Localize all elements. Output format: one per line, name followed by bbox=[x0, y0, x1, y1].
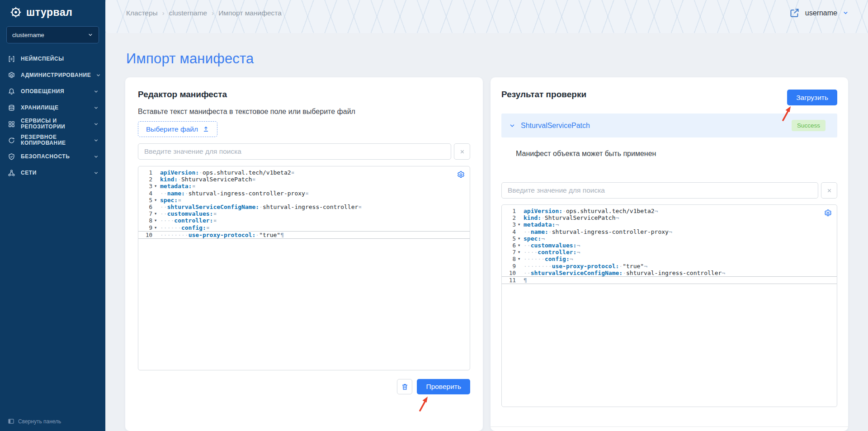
annotation-arrow-check bbox=[417, 394, 430, 414]
fold-arrow-icon[interactable]: ▾ bbox=[518, 221, 524, 228]
code-line-10[interactable]: 10········use-proxy-protocol:·"true"¶ bbox=[138, 231, 470, 239]
collapse-panel-label: Свернуть панель bbox=[18, 418, 61, 425]
sidebar-nav: НЕЙМСПЕЙСЫ АДМИНИСТРИРОВАНИЕ ОПОВЕЩЕНИЯ … bbox=[0, 51, 105, 181]
code-text: ········use-proxy-protocol:·"true"¬ bbox=[524, 263, 647, 270]
code-line-5[interactable]: 5▾spec:¬ bbox=[502, 235, 837, 242]
line-number: 4 bbox=[138, 190, 155, 197]
sidebar-item-services-repositories[interactable]: СЕРВИСЫ И РЕПОЗИТОРИИ bbox=[0, 116, 105, 132]
line-number: 5 bbox=[502, 235, 518, 242]
manifest-code-editor[interactable]: 1apiVersion:·ops.shturval.tech/v1beta2¤2… bbox=[138, 166, 470, 370]
sidebar-item-networks[interactable]: СЕТИ bbox=[0, 165, 105, 181]
code-line-9[interactable]: 9········use-proxy-protocol:·"true"¬ bbox=[502, 263, 837, 270]
line-number: 2 bbox=[138, 176, 155, 183]
sidebar-item-security[interactable]: БЕЗОПАСНОСТЬ bbox=[0, 148, 105, 165]
panel-footer-divider bbox=[491, 426, 848, 427]
code-text: ¶ bbox=[524, 277, 527, 284]
collapse-panel-button[interactable]: Свернуть панель bbox=[8, 418, 61, 425]
clear-editor-button[interactable] bbox=[397, 379, 412, 394]
sidebar-item-notifications[interactable]: ОПОВЕЩЕНИЯ bbox=[0, 83, 105, 99]
code-text: kind:·ShturvalServicePatch¬ bbox=[524, 214, 619, 221]
chevron-down-icon bbox=[94, 89, 99, 94]
trash-icon bbox=[401, 383, 409, 391]
line-number: 7 bbox=[138, 210, 155, 217]
result-code-editor[interactable]: 1apiVersion:·ops.shturval.tech/v1beta2¬2… bbox=[501, 204, 837, 407]
sidebar-item-administration[interactable]: АДМИНИСТРИРОВАНИЕ bbox=[0, 67, 105, 83]
code-line-6[interactable]: 6▾··customvalues:¬ bbox=[502, 242, 837, 249]
editor-search-clear-button[interactable] bbox=[454, 143, 470, 160]
code-line-8[interactable]: 8▾······config:¬ bbox=[502, 256, 837, 262]
breadcrumb: Кластеры › clustername › Импорт манифест… bbox=[126, 9, 282, 17]
sidebar-item-label: БЕЗОПАСНОСТЬ bbox=[21, 154, 70, 160]
code-text: kind:·ShturvalServicePatch¤ bbox=[160, 176, 255, 183]
sidebar-item-storage[interactable]: ХРАНИЛИЩЕ bbox=[0, 99, 105, 116]
status-badge: Success bbox=[792, 120, 826, 131]
fold-arrow-icon[interactable]: ▾ bbox=[155, 183, 160, 189]
fold-arrow-icon[interactable]: ▾ bbox=[518, 256, 524, 262]
code-line-3[interactable]: 3▾metadata:¬ bbox=[502, 221, 837, 228]
user-menu[interactable]: username bbox=[789, 8, 849, 18]
breadcrumb-item-clustername[interactable]: clustername bbox=[169, 9, 207, 17]
code-line-11[interactable]: 11¶ bbox=[502, 276, 837, 284]
code-text: ··name:·shturval-ingress-controller-prox… bbox=[524, 228, 672, 235]
choose-file-button[interactable]: Выберите файл bbox=[138, 121, 217, 137]
chevron-down-icon bbox=[94, 154, 99, 159]
result-panel-title: Результат проверки bbox=[501, 90, 586, 99]
code-line-5[interactable]: 5▾spec:¤ bbox=[138, 197, 470, 204]
fold-arrow-icon[interactable]: ▾ bbox=[155, 224, 160, 231]
close-icon bbox=[459, 149, 465, 155]
fold-spacer bbox=[155, 232, 160, 238]
code-line-1[interactable]: 1apiVersion:·ops.shturval.tech/v1beta2¬ bbox=[502, 208, 837, 214]
chevron-down-icon bbox=[94, 122, 99, 127]
code-line-1[interactable]: 1apiVersion:·ops.shturval.tech/v1beta2¤ bbox=[138, 169, 470, 176]
code-text: apiVersion:·ops.shturval.tech/v1beta2¤ bbox=[160, 169, 294, 176]
code-line-4[interactable]: 4··name:·shturval-ingress-controller-pro… bbox=[502, 228, 837, 235]
fold-arrow-icon[interactable]: ▾ bbox=[518, 242, 524, 249]
code-line-2[interactable]: 2kind:·ShturvalServicePatch¬ bbox=[502, 214, 837, 221]
editor-settings-gear-icon[interactable] bbox=[823, 208, 833, 218]
breadcrumb-item-clusters[interactable]: Кластеры bbox=[126, 9, 158, 17]
code-line-3[interactable]: 3▾metadata:¤ bbox=[138, 183, 470, 189]
line-number: 4 bbox=[502, 228, 518, 235]
code-line-10[interactable]: 10··shturvalServiceConfigName:·shturval-… bbox=[502, 270, 837, 276]
cluster-select[interactable]: clustername bbox=[6, 26, 99, 43]
logo: штурвал bbox=[0, 0, 105, 23]
fold-arrow-icon[interactable]: ▾ bbox=[518, 249, 524, 256]
code-line-6[interactable]: 6··shturvalServiceConfigName:·shturval-i… bbox=[138, 204, 470, 210]
code-line-8[interactable]: 8▾····controller:¤ bbox=[138, 217, 470, 224]
chevron-down-icon bbox=[94, 171, 99, 175]
editor-actions: Проверить bbox=[397, 379, 470, 394]
fold-arrow-icon[interactable]: ▾ bbox=[518, 235, 524, 242]
sidebar-item-backup[interactable]: РЕЗЕРВНОЕ КОПИРОВАНИЕ bbox=[0, 132, 105, 148]
line-number: 2 bbox=[502, 214, 518, 221]
code-line-4[interactable]: 4··name:·shturval-ingress-controller-pro… bbox=[138, 190, 470, 197]
code-line-9[interactable]: 9▾······config:¤ bbox=[138, 224, 470, 231]
chevron-down-icon bbox=[94, 138, 99, 143]
result-search-input[interactable] bbox=[501, 182, 818, 199]
fold-arrow-icon[interactable]: ▾ bbox=[155, 197, 160, 204]
editor-settings-gear-icon[interactable] bbox=[456, 170, 466, 180]
fold-arrow-icon[interactable]: ▾ bbox=[155, 210, 160, 217]
code-line-7[interactable]: 7▾····controller:¬ bbox=[502, 249, 837, 256]
code-line-7[interactable]: 7▾··customvalues:¤ bbox=[138, 210, 470, 217]
line-number: 6 bbox=[138, 204, 155, 210]
result-search-clear-button[interactable] bbox=[821, 182, 837, 199]
fold-spacer bbox=[518, 277, 524, 284]
sidebar-item-label: РЕЗЕРВНОЕ КОПИРОВАНИЕ bbox=[21, 134, 89, 146]
choose-file-label: Выберите файл bbox=[146, 125, 198, 133]
fold-spacer bbox=[518, 228, 524, 235]
chevron-down-icon[interactable] bbox=[509, 123, 515, 129]
editor-search-input[interactable] bbox=[138, 143, 451, 160]
fold-spacer bbox=[518, 270, 524, 276]
upload-button[interactable]: Загрузить bbox=[787, 90, 837, 105]
fold-arrow-icon[interactable]: ▾ bbox=[155, 217, 160, 224]
fold-spacer bbox=[155, 176, 160, 183]
sidebar-item-namespaces[interactable]: НЕЙМСПЕЙСЫ bbox=[0, 51, 105, 67]
check-button[interactable]: Проверить bbox=[417, 379, 470, 394]
logo-text: штурвал bbox=[26, 6, 72, 19]
code-text: ··customvalues:¤ bbox=[160, 210, 217, 217]
external-link-icon[interactable] bbox=[789, 8, 800, 18]
fold-spacer bbox=[155, 190, 160, 197]
security-icon bbox=[8, 153, 16, 161]
line-number: 8 bbox=[138, 217, 155, 224]
code-line-2[interactable]: 2kind:·ShturvalServicePatch¤ bbox=[138, 176, 470, 183]
